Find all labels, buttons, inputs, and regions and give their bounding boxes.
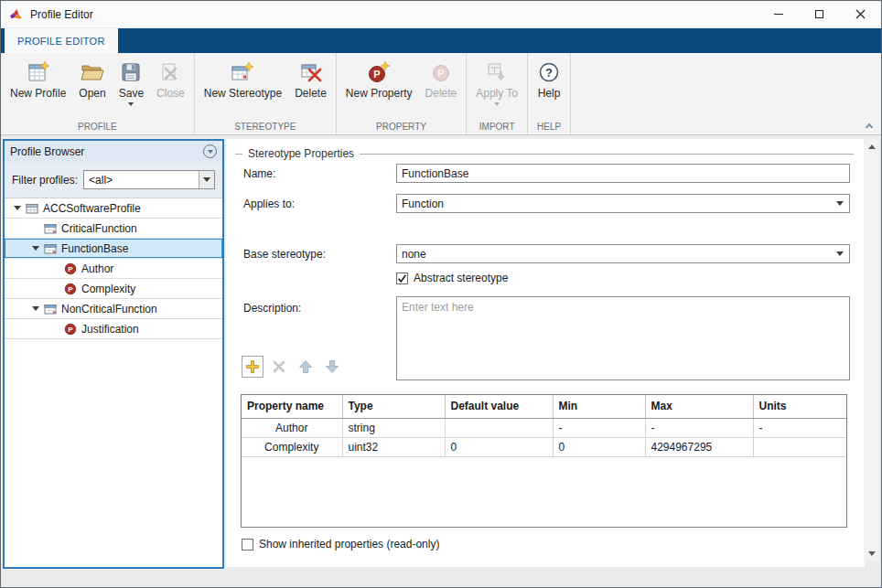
svg-text:P: P bbox=[437, 68, 444, 79]
tree-item-criticalfunction[interactable]: CriticalFunction bbox=[5, 219, 222, 239]
delete-stereotype-button[interactable]: Delete bbox=[288, 55, 333, 121]
ribbon-group-label: PROPERTY bbox=[337, 121, 466, 134]
table-cell[interactable]: - bbox=[753, 418, 847, 437]
ribbon-group-profile: New Profile Open bbox=[1, 53, 195, 134]
property-list-toolbar bbox=[242, 356, 343, 378]
show-inherited-checkbox[interactable] bbox=[242, 539, 253, 551]
profile-browser-header: Profile Browser bbox=[5, 141, 222, 162]
close-button[interactable] bbox=[840, 1, 881, 27]
abstract-stereotype-checkbox[interactable] bbox=[396, 273, 408, 284]
table-cell[interactable]: 0 bbox=[445, 437, 553, 456]
panel-menu-button[interactable] bbox=[203, 144, 217, 158]
new-profile-icon bbox=[27, 59, 50, 84]
minimize-icon bbox=[774, 14, 783, 15]
chevron-up-icon bbox=[866, 123, 873, 130]
vertical-scrollbar[interactable] bbox=[864, 139, 879, 561]
base-stereotype-dropdown[interactable]: none bbox=[396, 244, 850, 263]
tree-item-label: CriticalFunction bbox=[61, 222, 137, 235]
tree-item-accsoftwareprofile[interactable]: ACCSoftwareProfile bbox=[5, 198, 222, 219]
move-up-button[interactable] bbox=[295, 356, 317, 378]
profile-tree: ACCSoftwareProfile CriticalFunction bbox=[5, 198, 222, 567]
button-label: Delete bbox=[295, 87, 327, 100]
close-icon bbox=[855, 9, 866, 19]
button-label: Save bbox=[119, 87, 144, 100]
open-button[interactable]: Open bbox=[72, 55, 112, 121]
button-label: New Stereotype bbox=[204, 87, 282, 100]
table-cell[interactable]: - bbox=[553, 418, 645, 437]
profile-icon bbox=[25, 202, 39, 215]
help-button[interactable]: ? Help bbox=[531, 55, 567, 121]
delete-property-button[interactable]: P Delete bbox=[419, 55, 464, 121]
expander-icon[interactable] bbox=[10, 206, 25, 210]
expander-icon[interactable] bbox=[28, 246, 43, 251]
show-inherited-row: Show inherited properties (read-only) bbox=[242, 538, 439, 551]
table-cell[interactable] bbox=[445, 418, 553, 437]
check-icon bbox=[397, 273, 407, 284]
tree-item-author[interactable]: P Author bbox=[5, 259, 222, 279]
applies-to-dropdown[interactable]: Function bbox=[396, 194, 850, 213]
close-profile-button[interactable]: Close bbox=[150, 55, 191, 121]
collapse-ribbon-button[interactable] bbox=[862, 120, 877, 131]
table-cell[interactable]: 4294967295 bbox=[645, 437, 753, 456]
add-property-button[interactable] bbox=[242, 356, 264, 378]
chevron-down-icon bbox=[836, 201, 844, 206]
filter-row: Filter profiles: <all> bbox=[5, 162, 222, 198]
column-header: Default value bbox=[445, 395, 553, 418]
tree-item-functionbase[interactable]: FunctionBase bbox=[5, 239, 222, 259]
move-down-icon bbox=[325, 359, 339, 374]
tree-item-complexity[interactable]: P Complexity bbox=[5, 279, 222, 299]
filter-profiles-dropdown[interactable]: <all> bbox=[83, 170, 215, 189]
table-row: Complexity uint32 0 0 4294967295 bbox=[242, 437, 847, 456]
tree-item-justification[interactable]: P Justification bbox=[5, 319, 222, 339]
stereotype-properties-panel: Stereotype Properties Name: Applies to: … bbox=[226, 139, 865, 567]
button-label: New Property bbox=[346, 87, 413, 100]
applies-to-label: Applies to: bbox=[243, 198, 295, 210]
new-property-icon: P bbox=[367, 59, 391, 84]
scroll-up-button[interactable] bbox=[864, 139, 879, 155]
table-cell[interactable]: 0 bbox=[553, 437, 645, 456]
stereotype-icon bbox=[43, 242, 58, 255]
table-cell[interactable]: Complexity bbox=[242, 437, 342, 456]
tree-item-noncriticalfunction[interactable]: NonCriticalFunction bbox=[5, 299, 222, 319]
ribbon-group-import: Apply To IMPORT bbox=[467, 53, 528, 134]
divider bbox=[235, 154, 242, 155]
table-cell[interactable]: Author bbox=[242, 418, 342, 437]
tree-item-label: Author bbox=[81, 262, 113, 275]
save-button[interactable]: Save bbox=[113, 55, 150, 121]
new-stereotype-button[interactable]: New Stereotype bbox=[198, 55, 288, 121]
table-cell[interactable] bbox=[753, 437, 847, 456]
name-label: Name: bbox=[243, 167, 275, 180]
table-cell[interactable]: - bbox=[645, 418, 753, 437]
column-header: Property name bbox=[242, 395, 342, 418]
column-header: Type bbox=[342, 395, 445, 418]
open-folder-icon bbox=[81, 59, 104, 84]
minimize-button[interactable] bbox=[758, 1, 799, 27]
apply-to-button[interactable]: Apply To bbox=[469, 55, 524, 121]
window-controls bbox=[758, 1, 881, 27]
table-cell[interactable]: uint32 bbox=[342, 437, 445, 456]
delete-property-row-button[interactable] bbox=[268, 356, 290, 378]
description-textarea[interactable] bbox=[396, 296, 850, 380]
tab-profile-editor[interactable]: PROFILE EDITOR bbox=[5, 28, 118, 53]
new-property-button[interactable]: P New Property bbox=[339, 55, 419, 121]
move-down-button[interactable] bbox=[321, 356, 343, 378]
column-header: Units bbox=[753, 395, 847, 418]
tabstrip: PROFILE EDITOR bbox=[1, 28, 881, 53]
table-cell[interactable]: string bbox=[342, 418, 445, 437]
scroll-down-button[interactable] bbox=[864, 546, 879, 561]
svg-text:P: P bbox=[374, 69, 381, 80]
description-label: Description: bbox=[243, 302, 301, 315]
ribbon-group-help: ? Help HELP bbox=[528, 53, 571, 134]
expander-icon[interactable] bbox=[28, 306, 43, 311]
properties-table: Property name Type Default value Min Max… bbox=[241, 394, 847, 528]
button-label: Help bbox=[538, 87, 561, 100]
property-icon: P bbox=[63, 283, 78, 295]
chevron-down-icon bbox=[199, 171, 214, 188]
button-label: Delete bbox=[425, 87, 457, 100]
maximize-button[interactable] bbox=[799, 1, 840, 27]
name-input[interactable] bbox=[396, 164, 850, 183]
new-profile-button[interactable]: New Profile bbox=[4, 55, 72, 121]
property-icon: P bbox=[63, 323, 78, 336]
column-header: Max bbox=[645, 395, 753, 418]
tree-item-label: FunctionBase bbox=[61, 242, 128, 255]
